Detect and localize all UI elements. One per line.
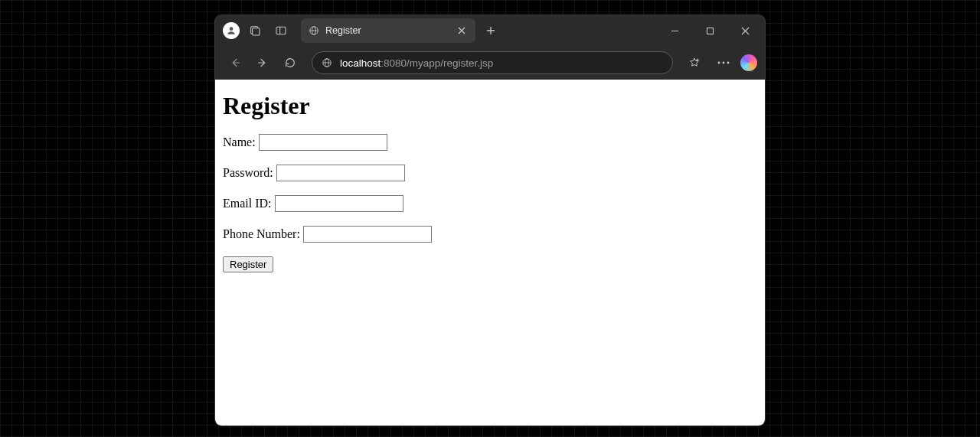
close-tab-button[interactable] — [456, 24, 468, 37]
email-label: Email ID: — [223, 197, 272, 210]
copilot-button[interactable] — [740, 54, 757, 71]
plus-icon — [486, 26, 495, 35]
page-heading: Register — [223, 92, 757, 120]
svg-point-24 — [723, 62, 725, 64]
svg-rect-13 — [707, 28, 713, 34]
more-button[interactable] — [711, 51, 736, 75]
url-host: localhost — [340, 57, 381, 69]
minimize-icon — [671, 27, 679, 35]
workspaces-icon — [249, 24, 261, 37]
maximize-icon — [706, 27, 714, 35]
refresh-button[interactable] — [278, 51, 302, 75]
svg-rect-2 — [253, 28, 260, 35]
phone-input[interactable] — [303, 226, 432, 243]
tab-actions-icon — [275, 24, 287, 37]
url-path: :8080/myapp/register.jsp — [381, 57, 493, 69]
workspaces-button[interactable] — [244, 20, 266, 41]
person-icon — [226, 25, 237, 36]
register-button[interactable]: Register — [223, 256, 273, 272]
page-content: Register Name: Password: Email ID: Phone… — [215, 80, 765, 426]
close-icon — [458, 27, 466, 34]
profile-button[interactable] — [223, 22, 240, 39]
tab-title: Register — [325, 25, 449, 36]
titlebar: Register — [215, 15, 765, 46]
globe-icon — [322, 57, 332, 68]
browser-window: Register local — [215, 15, 765, 426]
toolbar: localhost:8080/myapp/register.jsp — [215, 46, 765, 80]
address-bar[interactable]: localhost:8080/myapp/register.jsp — [312, 51, 673, 74]
star-plus-icon — [688, 57, 701, 69]
forward-button[interactable] — [250, 51, 275, 75]
tab-actions-button[interactable] — [270, 20, 292, 41]
phone-label: Phone Number: — [223, 227, 300, 241]
maximize-button[interactable] — [694, 19, 725, 42]
svg-point-23 — [718, 62, 720, 64]
arrow-right-icon — [256, 57, 269, 69]
more-icon — [717, 61, 730, 64]
close-icon — [741, 27, 750, 35]
favorites-button[interactable] — [682, 51, 707, 75]
url-text: localhost:8080/myapp/register.jsp — [340, 57, 493, 69]
password-input[interactable] — [276, 165, 405, 181]
password-label: Password: — [223, 166, 273, 180]
back-button[interactable] — [223, 51, 247, 75]
svg-point-0 — [230, 27, 234, 31]
name-label: Name: — [223, 135, 256, 149]
globe-icon — [309, 25, 319, 36]
name-input[interactable] — [259, 134, 387, 151]
close-window-button[interactable] — [730, 19, 760, 42]
svg-rect-3 — [276, 27, 286, 34]
refresh-icon — [284, 57, 296, 69]
new-tab-button[interactable] — [480, 20, 501, 41]
svg-point-25 — [727, 62, 730, 64]
browser-tab[interactable]: Register — [301, 18, 475, 43]
arrow-left-icon — [229, 57, 241, 69]
email-input[interactable] — [275, 195, 403, 212]
minimize-button[interactable] — [659, 19, 690, 42]
